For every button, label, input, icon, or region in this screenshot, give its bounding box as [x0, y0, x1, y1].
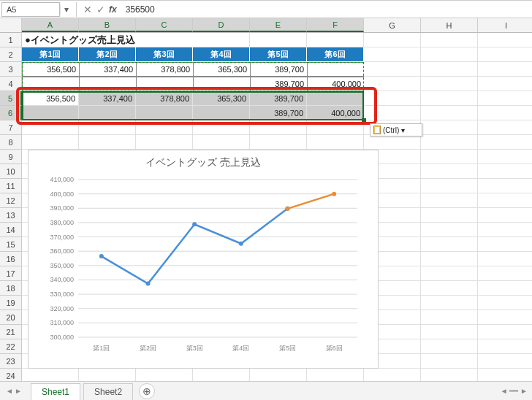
empty-cell[interactable]	[79, 369, 136, 381]
empty-cell[interactable]	[193, 120, 250, 135]
empty-cell[interactable]	[22, 135, 79, 150]
data-cell[interactable]	[136, 77, 193, 91]
empty-cell[interactable]	[478, 325, 532, 339]
empty-cell[interactable]	[421, 208, 478, 223]
empty-cell[interactable]	[136, 120, 193, 135]
empty-cell[interactable]	[193, 135, 250, 150]
row-header[interactable]: 22	[0, 339, 22, 354]
empty-cell[interactable]	[22, 120, 79, 135]
data-cell[interactable]: 356,500	[22, 62, 79, 77]
empty-cell[interactable]	[478, 369, 532, 381]
col-header[interactable]: I	[478, 18, 532, 32]
empty-cell[interactable]	[421, 310, 478, 325]
empty-cell[interactable]	[478, 266, 532, 281]
col-header[interactable]: A	[22, 18, 79, 32]
empty-cell[interactable]	[478, 339, 532, 354]
sheet-tab[interactable]: Sheet2	[83, 383, 133, 400]
row-header[interactable]: 5	[0, 91, 22, 106]
data-cell[interactable]: 365,300	[193, 62, 250, 77]
data-cell[interactable]	[136, 106, 193, 120]
data-cell[interactable]	[193, 77, 250, 91]
empty-cell[interactable]	[421, 266, 478, 281]
row-header[interactable]: 13	[0, 208, 22, 223]
data-cell[interactable]	[79, 106, 136, 120]
data-cell[interactable]	[22, 106, 79, 120]
empty-cell[interactable]	[478, 193, 532, 208]
table-header[interactable]: 第4回	[193, 47, 250, 62]
row-header[interactable]: 6	[0, 106, 22, 120]
empty-cell[interactable]	[136, 369, 193, 381]
row-header[interactable]: 21	[0, 325, 22, 339]
data-cell[interactable]: 389,700	[250, 62, 307, 77]
data-cell[interactable]	[307, 91, 364, 106]
empty-cell[interactable]	[478, 296, 532, 310]
table-header[interactable]: 第2回	[79, 47, 136, 62]
empty-cell[interactable]	[478, 310, 532, 325]
empty-cell[interactable]	[421, 179, 478, 193]
select-all-corner[interactable]	[0, 18, 22, 32]
table-header[interactable]: 第5回	[250, 47, 307, 62]
empty-cell[interactable]	[421, 150, 478, 164]
row-header[interactable]: 4	[0, 77, 22, 91]
row-header[interactable]: 10	[0, 164, 22, 179]
row-header[interactable]: 8	[0, 135, 22, 150]
empty-cell[interactable]	[478, 223, 532, 237]
col-header[interactable]: D	[193, 18, 250, 32]
row-header[interactable]: 23	[0, 354, 22, 369]
name-box-dropdown-icon[interactable]: ▾	[60, 4, 72, 15]
selection-handle[interactable]	[362, 118, 366, 123]
add-sheet-button[interactable]: ⊕	[139, 383, 155, 399]
data-cell[interactable]: 337,400	[79, 91, 136, 106]
empty-cell[interactable]	[478, 252, 532, 266]
table-header[interactable]: 第6回	[307, 47, 364, 62]
row-header[interactable]: 19	[0, 296, 22, 310]
row-header[interactable]: 3	[0, 62, 22, 77]
name-box[interactable]: A5	[1, 2, 60, 17]
cancel-icon[interactable]: ✕	[81, 4, 94, 15]
data-cell[interactable]: 378,800	[136, 62, 193, 77]
empty-cell[interactable]	[421, 354, 478, 369]
empty-cell[interactable]	[421, 369, 478, 381]
empty-cell[interactable]	[136, 135, 193, 150]
data-cell[interactable]: 389,700	[250, 91, 307, 106]
table-header[interactable]: 第3回	[136, 47, 193, 62]
table-header[interactable]: 第1回	[22, 47, 79, 62]
fx-icon[interactable]: fx	[109, 4, 117, 15]
col-header[interactable]: H	[421, 18, 478, 32]
row-header[interactable]: 14	[0, 223, 22, 237]
empty-cell[interactable]	[421, 281, 478, 296]
row-header[interactable]: 16	[0, 252, 22, 266]
row-header[interactable]: 7	[0, 120, 22, 135]
confirm-icon[interactable]: ✓	[94, 4, 107, 15]
empty-cell[interactable]	[478, 164, 532, 179]
row-header[interactable]: 1	[0, 33, 22, 47]
empty-cell[interactable]	[421, 223, 478, 237]
empty-cell[interactable]	[421, 325, 478, 339]
data-cell[interactable]: 378,800	[136, 91, 193, 106]
col-header[interactable]: E	[250, 18, 307, 32]
row-header[interactable]: 20	[0, 310, 22, 325]
empty-cell[interactable]	[478, 208, 532, 223]
row-header[interactable]: 18	[0, 281, 22, 296]
empty-cell[interactable]	[79, 120, 136, 135]
col-header[interactable]: C	[136, 18, 193, 32]
data-cell[interactable]: 356,500	[22, 91, 79, 106]
sheet-tab-active[interactable]: Sheet1	[31, 383, 80, 400]
empty-cell[interactable]	[478, 150, 532, 164]
data-cell[interactable]	[307, 62, 364, 77]
data-cell[interactable]: 400,000	[307, 77, 364, 91]
row-header[interactable]: 24	[0, 369, 22, 381]
empty-cell[interactable]	[79, 135, 136, 150]
title-cell[interactable]: ●イベントグッズ売上見込	[22, 33, 193, 47]
empty-cell[interactable]	[421, 135, 478, 150]
worksheet-grid[interactable]: 1 ●イベントグッズ売上見込 2 第1回 第2回 第3回 第4回 第5回 第6回…	[0, 33, 532, 381]
empty-cell[interactable]	[478, 281, 532, 296]
paste-options-button[interactable]: (Ctrl) ▾	[370, 123, 422, 136]
data-cell[interactable]: 389,700	[250, 106, 307, 120]
data-cell[interactable]: 400,000	[307, 106, 364, 120]
empty-cell[interactable]	[421, 120, 478, 135]
empty-cell[interactable]	[307, 369, 364, 381]
row-header[interactable]: 11	[0, 179, 22, 193]
row-header[interactable]: 12	[0, 193, 22, 208]
data-cell[interactable]	[22, 77, 79, 91]
